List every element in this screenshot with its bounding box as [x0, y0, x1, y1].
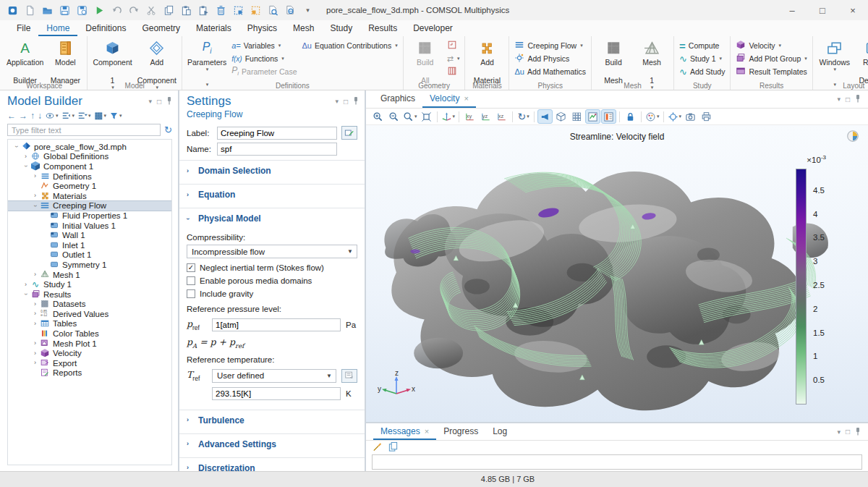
section-equation[interactable]: › Equation	[179, 184, 365, 205]
velocity-button[interactable]: Velocity▾	[734, 39, 808, 52]
label-input[interactable]	[217, 127, 337, 140]
compressibility-select[interactable]: Incompressible flow ▼	[187, 245, 357, 258]
move-up-icon[interactable]: ↑	[30, 111, 35, 120]
compute-button[interactable]: =Compute	[678, 39, 726, 52]
open-file-icon[interactable]	[39, 2, 56, 18]
redo-icon[interactable]	[126, 2, 142, 18]
menu-physics[interactable]: Physics	[239, 20, 285, 36]
reference-temperature-select[interactable]: User defined ▼	[212, 369, 336, 383]
rotate-icon[interactable]: ↻▾	[516, 109, 531, 124]
add-study-button[interactable]: ∿Add Study	[678, 65, 726, 78]
expander-open-icon[interactable]: ›	[31, 203, 39, 209]
expander-closed-icon[interactable]: ›	[31, 192, 39, 199]
zoom-document-icon[interactable]	[282, 2, 299, 18]
go-to-source-button[interactable]	[341, 369, 357, 383]
menu-results[interactable]: Results	[360, 20, 405, 36]
model-tree-nodes-icon[interactable]: ▾	[94, 111, 107, 121]
reference-temperature-input[interactable]	[212, 387, 341, 400]
select-box-icon[interactable]	[247, 2, 264, 18]
pin-panel-icon[interactable]	[166, 96, 172, 106]
expander-closed-icon[interactable]: ›	[31, 350, 39, 357]
panel-menu-icon[interactable]: ▾	[837, 428, 841, 436]
close-button[interactable]: ×	[838, 0, 868, 20]
panel-menu-icon[interactable]: ▾	[148, 98, 152, 105]
model-manager-button[interactable]: ModelManager	[47, 38, 83, 85]
virtual-operations-button[interactable]	[446, 65, 461, 78]
minimize-button[interactable]: –	[777, 0, 807, 20]
color-legend-icon[interactable]	[601, 109, 616, 124]
new-file-icon[interactable]	[22, 2, 38, 18]
menu-mesh[interactable]: Mesh	[285, 20, 322, 36]
wireframe-icon[interactable]	[569, 109, 584, 124]
forward-icon[interactable]: →	[19, 111, 27, 120]
expander-open-icon[interactable]: ›	[22, 163, 30, 169]
undo-icon[interactable]	[109, 2, 125, 18]
cut-icon[interactable]	[143, 2, 160, 18]
float-panel-icon[interactable]: □	[157, 98, 161, 106]
functions-button[interactable]: f(x)Functions▾	[230, 52, 298, 65]
paste-icon[interactable]	[178, 2, 195, 18]
add-mathematics-button[interactable]: ΔuAdd Mathematics	[513, 65, 587, 78]
appearance-icon[interactable]: ▾	[644, 109, 660, 124]
parameters-button[interactable]: PiParameters▾▾	[186, 38, 228, 88]
menu-study[interactable]: Study	[322, 20, 360, 36]
tree-node-definitions[interactable]: ›Definitions	[8, 171, 171, 182]
messages-output[interactable]	[372, 454, 862, 470]
environment-icon[interactable]: ▾	[667, 109, 683, 124]
variables-button[interactable]: a=Variables▾	[230, 39, 298, 52]
move-down-icon[interactable]: ↓	[38, 111, 42, 120]
snapshot-icon[interactable]	[683, 109, 698, 124]
panel-menu-icon[interactable]: ▾	[335, 98, 339, 105]
back-icon[interactable]: ←	[7, 111, 16, 120]
creeping-flow-button[interactable]: Creeping Flow▾	[513, 39, 587, 52]
equation-contributions-button[interactable]: ΔuEquation Contributions▾	[301, 39, 399, 52]
zoom-box-icon[interactable]: ▾	[402, 109, 418, 124]
plot-area[interactable]: Streamline: Velocity field ×10-3 4.543.5…	[366, 125, 868, 422]
section-domain-selection[interactable]: › Domain Selection	[179, 160, 365, 181]
float-panel-icon[interactable]: □	[846, 96, 850, 103]
build-all-button[interactable]: BuildAll	[407, 38, 443, 85]
tree-node-outlet-1[interactable]: Outlet 1	[8, 250, 171, 261]
pin-panel-icon[interactable]	[855, 427, 861, 437]
customize-toolbar-icon[interactable]: ▾	[299, 2, 316, 18]
tree-node-wall-1[interactable]: Wall 1	[8, 230, 171, 240]
name-input[interactable]	[217, 143, 337, 156]
paste-special-icon[interactable]	[195, 2, 212, 18]
tree-node-mesh-plot-1[interactable]: ›Mesh Plot 1	[8, 339, 171, 349]
tree-node-pore-scale-flow-3d-mph[interactable]: ›pore_scale_flow_3d.mph	[8, 142, 171, 152]
application-builder-button[interactable]: AApplicationBuilder	[5, 38, 45, 85]
tab-progress[interactable]: Progress	[436, 423, 485, 440]
scene-light-icon[interactable]	[537, 109, 553, 124]
expander-open-icon[interactable]: ›	[22, 291, 30, 297]
tree-node-study-1[interactable]: ›∿Study 1	[8, 279, 171, 289]
expander-closed-icon[interactable]: ›	[31, 340, 39, 347]
zoom-selected-icon[interactable]	[265, 2, 281, 18]
reference-pressure-input[interactable]	[212, 318, 341, 331]
tree-node-datasets[interactable]: ›Datasets	[8, 300, 171, 310]
checkbox-stokes-flow[interactable]: ✓ Neglect inertial term (Stokes flow)	[187, 261, 357, 274]
menu-definitions[interactable]: Definitions	[77, 20, 134, 36]
tree-node-component-1[interactable]: ›Component 1	[8, 161, 171, 171]
menu-materials[interactable]: Materials	[188, 20, 239, 36]
go-to-view-icon[interactable]: ▾	[441, 109, 456, 124]
tree-node-results[interactable]: ›Results	[8, 289, 171, 300]
tab-messages[interactable]: Messages ×	[373, 423, 436, 440]
expander-open-icon[interactable]: ›	[12, 143, 20, 150]
menu-geometry[interactable]: Geometry	[134, 20, 188, 36]
checkbox-porous-media[interactable]: Enable porous media domains	[187, 274, 357, 287]
menu-file[interactable]: File	[9, 20, 38, 36]
rename-button[interactable]	[341, 126, 357, 140]
save-as-icon[interactable]	[74, 2, 90, 18]
tree-node-geometry-1[interactable]: Geometry 1	[8, 181, 171, 191]
pin-panel-icon[interactable]	[855, 94, 861, 104]
menu-home[interactable]: Home	[38, 20, 77, 36]
expand-all-icon[interactable]: ▾	[77, 111, 91, 121]
tree-node-inlet-1[interactable]: Inlet 1	[8, 240, 171, 250]
tab-graphics[interactable]: Graphics	[373, 90, 422, 108]
lock-view-icon[interactable]	[623, 109, 638, 124]
close-tab-icon[interactable]: ×	[425, 427, 429, 436]
add-plot-group-button[interactable]: Add Plot Group▾	[734, 52, 808, 65]
plot-settings-icon[interactable]	[585, 109, 600, 124]
expander-closed-icon[interactable]: ›	[31, 301, 39, 308]
zoom-out-icon[interactable]	[386, 109, 401, 124]
